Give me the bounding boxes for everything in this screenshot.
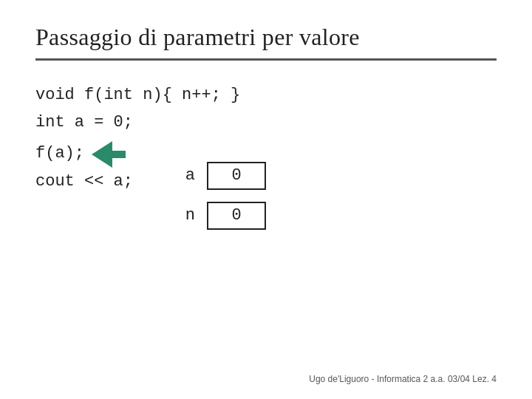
var-row-a: a 0: [177, 162, 266, 190]
fa-line: f(a);: [35, 140, 133, 168]
code-line-1: void f(int n){ n++; }: [35, 81, 497, 109]
var-n-box: 0: [207, 202, 266, 230]
var-a-box: 0: [207, 162, 266, 190]
var-n-value: 0: [231, 206, 241, 225]
left-code: f(a); cout << a;: [35, 140, 133, 195]
arrow-container: [92, 141, 126, 168]
code-line-4: cout << a;: [35, 168, 133, 195]
code-line-3: f(a);: [35, 140, 84, 167]
var-a-label: a: [177, 166, 195, 185]
variable-table: a 0 n 0: [177, 162, 266, 230]
var-row-n: n 0: [177, 202, 266, 230]
left-arrow-head: [92, 141, 112, 168]
content-area: void f(int n){ n++; } int a = 0; f(a); c…: [35, 81, 497, 366]
diagram-area: f(a); cout << a; a 0 n: [35, 140, 497, 230]
var-n-label: n: [177, 206, 195, 225]
code-line-2: int a = 0;: [35, 109, 497, 136]
footer: Ugo de'Liguoro - Informatica 2 a.a. 03/0…: [35, 366, 497, 384]
slide-title: Passaggio di parametri per valore: [35, 24, 497, 51]
slide: Passaggio di parametri per valore void f…: [0, 0, 532, 399]
var-a-value: 0: [231, 166, 241, 185]
divider: [35, 58, 497, 61]
